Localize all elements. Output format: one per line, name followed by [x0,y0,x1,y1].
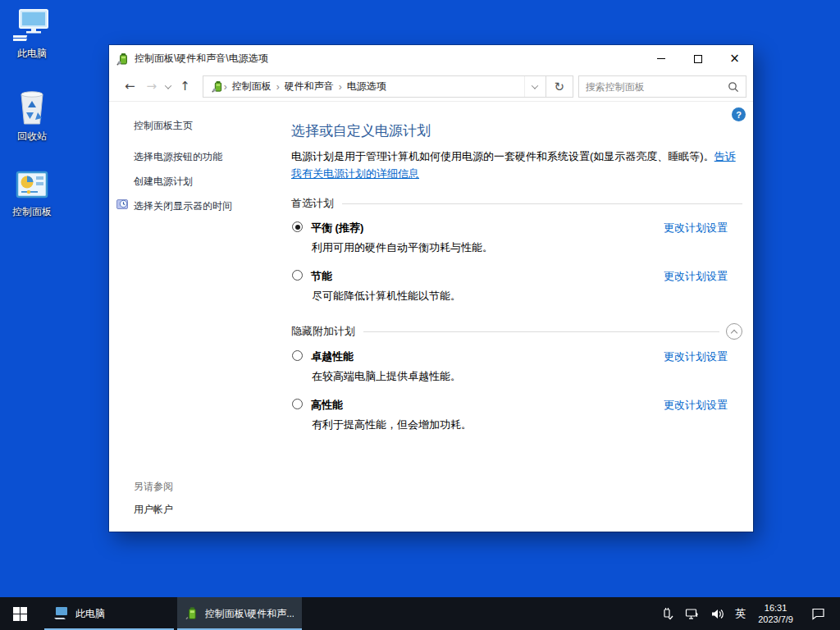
radio-ultimate-performance[interactable] [292,350,303,361]
see-also-user-accounts[interactable]: 用户帐户 [134,503,173,517]
taskbar-task-this-pc[interactable]: 此电脑 [44,597,174,630]
this-pc-icon [52,606,69,621]
section-preferred-plans: 首选计划 [291,196,742,211]
start-button[interactable] [0,597,39,630]
system-tray: 英 16:31 2023/7/9 [655,597,840,630]
address-bar[interactable]: › 控制面板 › 硬件和声音 › 电源选项 ↻ [203,75,573,98]
sidebar-item-control-panel-home[interactable]: 控制面板主页 [134,119,291,133]
plan-description: 利用可用的硬件自动平衡功耗与性能。 [312,240,742,255]
windows-logo-icon [13,607,27,621]
breadcrumb-power-options[interactable]: 电源选项 [342,80,391,94]
navigation-bar: ← → ↑ › 控制面板 › 硬件和声音 › 电源选项 ↻ [109,72,753,102]
breadcrumb-control-panel[interactable]: 控制面板 [227,80,276,94]
control-panel-window: 控制面板\硬件和声音\电源选项 × ← → ↑ › 控制面板 › [109,45,753,532]
network-icon[interactable] [685,608,699,620]
recycle-bin-icon [14,86,50,127]
see-also-section: 另请参阅 用户帐户 [134,480,173,517]
page-description: 电源计划是用于管理计算机如何使用电源的一套硬件和系统设置(如显示器亮度、睡眠等)… [291,148,742,182]
volume-icon[interactable] [710,608,724,620]
plan-row-power-saver: 节能 更改计划设置 [291,269,742,284]
change-plan-settings-link[interactable]: 更改计划设置 [664,269,728,284]
clock-time: 16:31 [758,602,793,614]
radio-high-performance[interactable] [292,399,303,409]
description-text: 电源计划是用于管理计算机如何使用电源的一套硬件和系统设置(如显示器亮度、睡眠等)… [291,150,714,162]
collapse-section-button[interactable] [726,323,742,340]
search-box [578,75,746,98]
breadcrumb: › 控制面板 › 硬件和声音 › 电源选项 [203,80,524,94]
task-label: 此电脑 [75,607,105,621]
clock-date: 2023/7/9 [758,614,793,625]
section-divider [342,203,742,204]
change-plan-settings-link[interactable]: 更改计划设置 [664,221,728,235]
plan-description: 在较高端电脑上提供卓越性能。 [312,369,742,384]
section-divider [363,331,719,332]
main-pane: 选择或自定义电源计划 电源计划是用于管理计算机如何使用电源的一套硬件和系统设置(… [291,102,742,432]
plan-row-ultimate-performance: 卓越性能 更改计划设置 [291,349,742,364]
address-dropdown-button[interactable] [524,76,546,97]
plan-row-balanced: 平衡 (推荐) 更改计划设置 [291,221,742,235]
plan-name[interactable]: 高性能 [311,398,343,413]
taskbar: 此电脑 控制面板\硬件和声... [0,597,840,630]
ime-language-indicator[interactable]: 英 [735,606,746,621]
section-hidden-plans: 隐藏附加计划 [291,323,742,340]
window-titlebar[interactable]: 控制面板\硬件和声音\电源选项 × [109,45,753,72]
maximize-button[interactable] [679,45,716,72]
up-button[interactable]: ↑ [174,80,196,93]
usb-device-icon[interactable] [661,607,673,620]
display-clock-icon [116,199,129,213]
desktop-icon-label: 回收站 [1,130,63,144]
minimize-icon [657,58,665,59]
desktop-icon-recycle-bin[interactable]: 回收站 [1,86,63,144]
sidebar-item-display-off-time[interactable]: 选择关闭显示器的时间 [134,199,291,213]
change-plan-settings-link[interactable]: 更改计划设置 [664,398,728,413]
close-icon: × [729,52,740,65]
change-plan-settings-link[interactable]: 更改计划设置 [664,349,728,364]
breadcrumb-hardware-sound[interactable]: 硬件和声音 [280,80,339,94]
chevron-up-icon [731,329,737,336]
control-panel-icon [14,167,50,203]
section-label: 隐藏附加计划 [291,324,355,339]
plan-description: 尽可能降低计算机性能以节能。 [312,289,742,304]
plan-name[interactable]: 节能 [311,269,332,284]
page-title: 选择或自定义电源计划 [291,121,742,140]
power-options-icon [116,52,130,66]
radio-balanced[interactable] [292,221,303,232]
close-button[interactable]: × [716,45,753,72]
forward-button[interactable]: → [141,80,163,93]
desktop-icon-label: 控制面板 [1,205,63,219]
section-label: 首选计划 [291,196,334,211]
taskbar-clock[interactable]: 16:31 2023/7/9 [758,602,793,625]
plan-description: 有利于提高性能，但会增加功耗。 [312,418,742,432]
plan-row-high-performance: 高性能 更改计划设置 [291,398,742,413]
refresh-button[interactable]: ↻ [546,76,573,97]
search-icon[interactable] [728,81,739,93]
action-center-icon[interactable] [811,607,825,620]
plan-name[interactable]: 平衡 (推荐) [311,221,363,235]
minimize-button[interactable] [642,45,679,72]
history-dropdown-icon[interactable] [162,83,174,91]
desktop-icon-control-panel[interactable]: 控制面板 [1,167,63,219]
back-button[interactable]: ← [119,80,141,93]
window-content: ? 控制面板主页 选择电源按钮的功能 创建电源计划 选择关闭显示器的时间 另请参… [109,102,753,532]
sidebar-item-label: 选择关闭显示器的时间 [134,200,232,212]
chevron-down-icon [532,82,538,89]
power-options-icon [212,80,224,93]
sidebar-item-create-power-plan[interactable]: 创建电源计划 [134,175,291,189]
task-label: 控制面板\硬件和声... [205,607,294,621]
maximize-icon [694,55,702,63]
sidebar-item-power-buttons[interactable]: 选择电源按钮的功能 [134,150,291,164]
power-options-icon [185,607,199,620]
desktop-icon-this-pc[interactable]: 此电脑 [1,8,63,61]
this-pc-icon [13,8,51,44]
taskbar-task-control-panel[interactable]: 控制面板\硬件和声... [177,597,302,630]
radio-power-saver[interactable] [292,270,303,281]
desktop-icon-label: 此电脑 [1,47,63,61]
plan-name[interactable]: 卓越性能 [311,349,354,364]
sidebar: 控制面板主页 选择电源按钮的功能 创建电源计划 选择关闭显示器的时间 另请参阅 … [109,102,291,532]
see-also-header: 另请参阅 [134,480,173,494]
window-title: 控制面板\硬件和声音\电源选项 [135,52,642,66]
search-input[interactable] [579,81,728,93]
